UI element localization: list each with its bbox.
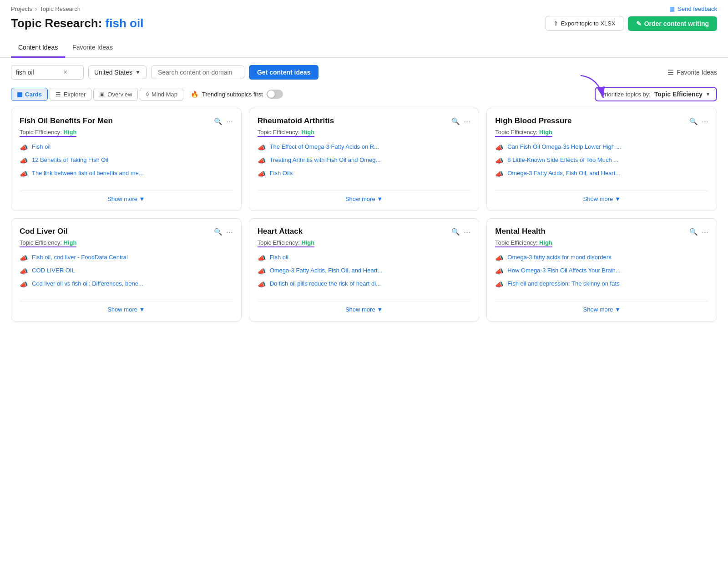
- card-item-text[interactable]: Fish oil: [32, 143, 51, 150]
- card-1-title: Rheumatoid Arthritis: [258, 116, 452, 126]
- megaphone-icon: 📣: [20, 281, 28, 289]
- megaphone-icon: 📣: [20, 267, 28, 276]
- card-item-text[interactable]: Fish Oils: [270, 170, 293, 176]
- view-btn-mindmap[interactable]: ◊ Mind Map: [140, 88, 183, 101]
- breadcrumb-projects[interactable]: Projects: [11, 5, 32, 12]
- show-more-0[interactable]: Show more ▼: [20, 191, 233, 202]
- search-icon-4[interactable]: 🔍: [451, 228, 460, 236]
- card-4: Heart Attack 🔍 ⋯ Topic Efficiency: High …: [249, 218, 480, 322]
- favorite-ideas-link[interactable]: ☰ Favorite Ideas: [667, 68, 717, 77]
- list-item: 📣 8 Little-Known Side Effects of Too Muc…: [495, 156, 708, 165]
- card-0-header: Fish Oil Benefits For Men 🔍 ⋯: [20, 116, 233, 127]
- send-feedback-label: Send feedback: [677, 5, 717, 12]
- prioritize-select[interactable]: Topic Efficiency ▼: [654, 90, 711, 98]
- card-0-eff-label: Topic Efficiency:: [20, 129, 64, 136]
- card-4-header: Heart Attack 🔍 ⋯: [258, 227, 471, 238]
- export-icon: ⇧: [553, 20, 558, 27]
- megaphone-icon: 📣: [495, 267, 504, 276]
- overview-icon: ▣: [99, 91, 105, 98]
- search-icon-0[interactable]: 🔍: [214, 117, 222, 126]
- show-more-2[interactable]: Show more ▼: [495, 191, 708, 202]
- prioritize-label: Prioritize topics by:: [601, 91, 651, 98]
- tab-content-ideas[interactable]: Content Ideas: [11, 38, 65, 58]
- view-btn-overview[interactable]: ▣ Overview: [93, 88, 138, 101]
- more-icon-4[interactable]: ⋯: [464, 228, 470, 236]
- card-item-text[interactable]: COD LIVER OIL: [32, 267, 75, 274]
- more-icon-2[interactable]: ⋯: [702, 117, 708, 126]
- prioritize-wrap: Prioritize topics by: Topic Efficiency ▼: [595, 87, 717, 101]
- card-item-text[interactable]: Do fish oil pills reduce the risk of hea…: [270, 280, 381, 287]
- card-item-text[interactable]: 12 Benefits of Taking Fish Oil: [32, 156, 108, 163]
- megaphone-icon: 📣: [495, 157, 504, 165]
- show-more-4[interactable]: Show more ▼: [258, 301, 471, 313]
- more-icon-0[interactable]: ⋯: [226, 117, 233, 126]
- card-0-title: Fish Oil Benefits For Men: [20, 116, 214, 126]
- more-icon-3[interactable]: ⋯: [226, 228, 233, 236]
- card-item-text[interactable]: Treating Arthritis with Fish Oil and Ome…: [270, 156, 381, 163]
- send-feedback-link[interactable]: ▦ Send feedback: [669, 5, 717, 12]
- trending-toggle[interactable]: [267, 90, 283, 99]
- search-icon-3[interactable]: 🔍: [214, 228, 222, 236]
- list-item: 📣 COD LIVER OIL: [20, 267, 233, 276]
- list-item: 📣 12 Benefits of Taking Fish Oil: [20, 156, 233, 165]
- card-3: Cod Liver Oil 🔍 ⋯ Topic Efficiency: High…: [11, 218, 242, 322]
- card-1-efficiency: Topic Efficiency: High: [258, 128, 471, 143]
- view-btn-explorer[interactable]: ☰ Explorer: [50, 88, 91, 101]
- megaphone-icon: 📣: [20, 144, 28, 152]
- search-input[interactable]: [16, 69, 61, 76]
- trending-label: Trending subtopics first: [202, 91, 263, 98]
- get-ideas-button[interactable]: Get content ideas: [249, 65, 318, 80]
- card-item-text[interactable]: Omega-3 Fatty Acids, Fish Oil, and Heart…: [270, 267, 383, 274]
- megaphone-icon: 📣: [258, 170, 266, 178]
- card-item-text[interactable]: Omega-3 fatty acids for mood disorders: [507, 254, 611, 261]
- domain-search-input[interactable]: [151, 65, 244, 79]
- card-item-text[interactable]: The link between fish oil benefits and m…: [32, 170, 144, 176]
- list-item: 📣 The Effect of Omega-3 Fatty Acids on R…: [258, 143, 471, 152]
- card-item-text[interactable]: Can Fish Oil Omega-3s Help Lower High ..…: [507, 143, 621, 150]
- tab-favorite-ideas[interactable]: Favorite Ideas: [65, 38, 120, 58]
- search-icon-1[interactable]: 🔍: [451, 117, 460, 126]
- megaphone-icon: 📣: [495, 144, 504, 152]
- trending-wrap: 🔥 Trending subtopics first: [191, 90, 283, 99]
- card-4-efficiency: Topic Efficiency: High: [258, 239, 471, 254]
- search-icon-2[interactable]: 🔍: [689, 117, 698, 126]
- card-item-text[interactable]: Cod liver oil vs fish oil: Differences, …: [32, 280, 143, 287]
- search-icon-5[interactable]: 🔍: [689, 228, 698, 236]
- card-2-items: 📣 Can Fish Oil Omega-3s Help Lower High …: [495, 143, 708, 184]
- list-item: 📣 Omega-3 Fatty Acids, Fish Oil, and Hea…: [258, 267, 471, 276]
- show-more-5[interactable]: Show more ▼: [495, 301, 708, 313]
- more-icon-5[interactable]: ⋯: [702, 228, 708, 236]
- controls-bar: × United States ▼ Get content ideas ☰ Fa…: [0, 58, 728, 87]
- header-actions: ⇧ Export topic to XLSX ✎ Order content w…: [546, 16, 717, 31]
- prioritize-chevron-icon: ▼: [705, 91, 711, 97]
- card-3-icons: 🔍 ⋯: [214, 228, 233, 236]
- card-item-text[interactable]: Omega-3 Fatty Acids, Fish Oil, and Heart…: [507, 170, 620, 176]
- more-icon-1[interactable]: ⋯: [464, 117, 470, 126]
- megaphone-icon: 📣: [258, 254, 266, 262]
- card-0: Fish Oil Benefits For Men 🔍 ⋯ Topic Effi…: [11, 108, 242, 211]
- card-item-text[interactable]: Fish oil, cod liver - FoodData Central: [32, 254, 128, 261]
- explorer-icon: ☰: [56, 91, 61, 98]
- card-item-text[interactable]: How Omega-3 Fish Oil Affects Your Brain.…: [507, 267, 620, 274]
- card-item-text[interactable]: The Effect of Omega-3 Fatty Acids on R..…: [270, 143, 379, 150]
- card-2-icons: 🔍 ⋯: [689, 117, 708, 126]
- cards-icon: ▦: [17, 91, 22, 98]
- country-chevron-icon: ▼: [135, 69, 141, 75]
- export-button[interactable]: ⇧ Export topic to XLSX: [546, 16, 623, 31]
- list-item: 📣 Fish Oils: [258, 170, 471, 178]
- card-0-items: 📣 Fish oil 📣 12 Benefits of Taking Fish …: [20, 143, 233, 184]
- country-select[interactable]: United States ▼: [88, 65, 147, 79]
- view-btn-cards[interactable]: ▦ Cards: [11, 88, 48, 101]
- card-item-text[interactable]: 8 Little-Known Side Effects of Too Much …: [507, 156, 618, 163]
- megaphone-icon: 📣: [258, 157, 266, 165]
- view-left: ▦ Cards ☰ Explorer ▣ Overview ◊ Mind Map…: [11, 88, 283, 101]
- cards-grid: Fish Oil Benefits For Men 🔍 ⋯ Topic Effi…: [0, 108, 728, 332]
- card-5: Mental Health 🔍 ⋯ Topic Efficiency: High…: [486, 218, 717, 322]
- order-button[interactable]: ✎ Order content writing: [628, 16, 717, 31]
- clear-icon[interactable]: ×: [63, 68, 67, 76]
- list-item: 📣 Omega-3 Fatty Acids, Fish Oil, and Hea…: [495, 170, 708, 178]
- show-more-1[interactable]: Show more ▼: [258, 191, 471, 202]
- card-item-text[interactable]: Fish oil and depression: The skinny on f…: [507, 280, 619, 287]
- card-item-text[interactable]: Fish oil: [270, 254, 288, 261]
- show-more-3[interactable]: Show more ▼: [20, 301, 233, 313]
